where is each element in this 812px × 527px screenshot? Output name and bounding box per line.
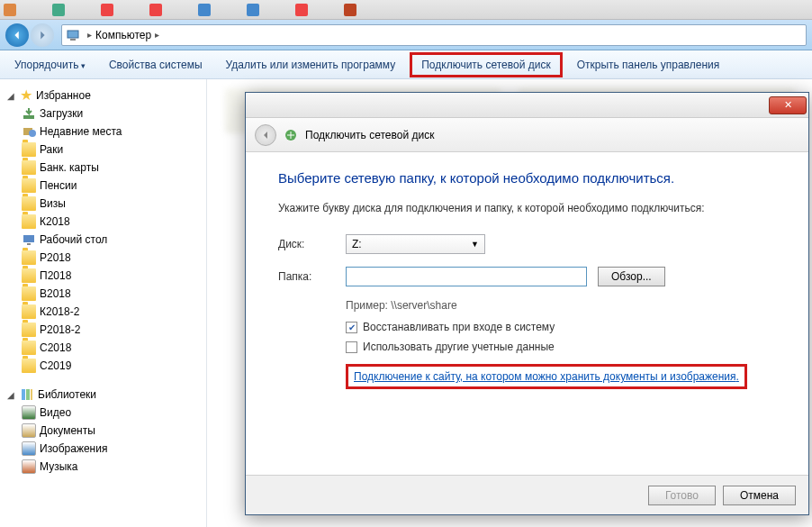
svg-rect-0: [68, 31, 78, 38]
forward-button[interactable]: [31, 23, 54, 47]
folder-icon: [22, 268, 36, 283]
sidebar-item-label: Банк. карты: [40, 161, 99, 174]
example-text: Пример: \\server\share: [346, 299, 776, 312]
dialog-titlebar: ✕: [246, 93, 808, 118]
back-button[interactable]: [5, 23, 29, 47]
cancel-button[interactable]: Отмена: [723, 486, 796, 505]
sidebar-item-В2018[interactable]: В2018: [4, 285, 203, 303]
sidebar-item-Музыка[interactable]: Музыка: [4, 458, 203, 476]
tab-favicon[interactable]: [4, 4, 16, 16]
sidebar-item-Изображения[interactable]: Изображения: [4, 440, 203, 458]
sidebar-item-label: С2018: [40, 341, 71, 354]
folder-icon: [22, 359, 36, 373]
sidebar-item-Рабочий стол[interactable]: Рабочий стол: [4, 231, 203, 249]
sidebar-item-label: Раки: [40, 143, 63, 156]
tab-favicon[interactable]: [149, 4, 162, 16]
tab-favicon[interactable]: [198, 4, 211, 16]
sidebar-item-Раки[interactable]: Раки: [4, 141, 203, 159]
sidebar-item-label: Видео: [40, 406, 71, 419]
explorer-toolbar: Упорядочить Свойства системы Удалить или…: [0, 50, 812, 79]
sidebar-item-label: В2018: [40, 287, 71, 300]
tab-favicon[interactable]: [295, 4, 308, 16]
reconnect-checkbox[interactable]: ✔: [346, 322, 357, 333]
sidebar-item-Загрузки[interactable]: Загрузки: [4, 104, 203, 123]
folder-icon: [22, 323, 36, 337]
libraries-root[interactable]: ◢ Библиотеки: [4, 386, 203, 404]
drive-select[interactable]: Z: ▼: [346, 234, 485, 254]
library-icon: [22, 459, 36, 474]
favorites-root[interactable]: ◢ ★ Избранное: [4, 86, 203, 104]
svg-rect-8: [26, 389, 30, 400]
chevron-down-icon: ▼: [471, 240, 479, 249]
folder-icon: [22, 286, 36, 301]
control-panel-button[interactable]: Открыть панель управления: [568, 55, 729, 75]
sidebar-item-Пенсии[interactable]: Пенсии: [4, 177, 203, 195]
browser-tabs: [0, 0, 812, 20]
libraries-label: Библиотеки: [38, 388, 96, 401]
map-network-drive-button[interactable]: Подключить сетевой диск: [410, 52, 562, 77]
system-properties-button[interactable]: Свойства системы: [100, 55, 212, 75]
navigation-pane: ◢ ★ Избранное ЗагрузкиНедавние местаРаки…: [0, 79, 207, 527]
dialog-header: Подключить сетевой диск: [246, 118, 808, 152]
uninstall-program-button[interactable]: Удалить или изменить программу: [217, 55, 405, 75]
back-arrow-icon: [260, 130, 271, 141]
dialog-footer: Готово Отмена: [246, 475, 808, 514]
breadcrumb-computer[interactable]: Компьютер: [95, 29, 151, 41]
svg-point-4: [29, 130, 36, 137]
dialog-subtitle: Укажите букву диска для подключения и па…: [278, 202, 776, 214]
reconnect-label: Восстанавливать при входе в систему: [363, 321, 555, 333]
folder-icon: [22, 214, 36, 229]
credentials-checkbox[interactable]: [346, 341, 357, 353]
finish-button[interactable]: Готово: [648, 486, 716, 505]
favorites-label: Избранное: [36, 89, 91, 102]
connect-website-link[interactable]: Подключение к сайту, на котором можно хр…: [354, 370, 739, 383]
map-drive-dialog: ✕ Подключить сетевой диск Выберите сетев…: [245, 92, 809, 515]
sidebar-item-К2018-2[interactable]: К2018-2: [4, 303, 203, 321]
link-highlight-box: Подключение к сайту, на котором можно хр…: [346, 364, 747, 389]
svg-rect-7: [22, 389, 25, 400]
download-icon: [22, 106, 36, 121]
sidebar-item-Р2018-2[interactable]: Р2018-2: [4, 321, 203, 339]
svg-rect-1: [70, 39, 76, 41]
tab-favicon[interactable]: [344, 4, 356, 16]
sidebar-item-label: Р2018: [40, 251, 71, 264]
credentials-label: Использовать другие учетные данные: [363, 341, 555, 353]
tab-favicon[interactable]: [101, 4, 113, 16]
sidebar-item-С2018[interactable]: С2018: [4, 339, 203, 357]
folder-icon: [22, 160, 36, 175]
folder-input[interactable]: [346, 267, 587, 286]
sidebar-item-Недавние места[interactable]: Недавние места: [4, 123, 203, 141]
desktop-icon: [22, 232, 36, 247]
close-button[interactable]: ✕: [769, 96, 807, 114]
svg-rect-9: [31, 389, 32, 400]
sidebar-item-Видео[interactable]: Видео: [4, 404, 203, 422]
dialog-back-button[interactable]: [255, 124, 276, 146]
browse-button[interactable]: Обзор...: [598, 267, 665, 286]
sidebar-item-label: Загрузки: [40, 107, 83, 120]
svg-rect-2: [23, 115, 34, 119]
sidebar-item-Визы[interactable]: Визы: [4, 195, 203, 213]
tab-favicon[interactable]: [52, 4, 65, 16]
breadcrumb-field[interactable]: ▸ Компьютер ▸: [61, 24, 807, 46]
folder-label: Папка:: [278, 270, 346, 283]
library-icon: [22, 405, 36, 420]
sidebar-item-Документы[interactable]: Документы: [4, 422, 203, 440]
library-icon: [22, 441, 36, 456]
sidebar-item-Р2018[interactable]: Р2018: [4, 249, 203, 267]
sidebar-item-label: К2018: [40, 215, 70, 228]
folder-icon: [22, 341, 36, 355]
sidebar-item-П2018[interactable]: П2018: [4, 267, 203, 285]
tab-favicon[interactable]: [247, 4, 259, 16]
drive-value: Z:: [352, 238, 362, 250]
sidebar-item-label: П2018: [40, 269, 71, 282]
organize-menu[interactable]: Упорядочить: [5, 55, 95, 75]
chevron-right-icon: ▸: [87, 30, 92, 40]
chevron-right-icon: ▸: [155, 30, 159, 40]
sidebar-item-label: Недавние места: [40, 125, 122, 138]
sidebar-item-К2018[interactable]: К2018: [4, 213, 203, 231]
sidebar-item-С2019[interactable]: С2019: [4, 357, 203, 375]
folder-icon: [22, 142, 36, 157]
sidebar-item-Банк. карты[interactable]: Банк. карты: [4, 159, 203, 177]
svg-rect-5: [23, 235, 34, 242]
sidebar-item-label: Изображения: [40, 442, 107, 455]
